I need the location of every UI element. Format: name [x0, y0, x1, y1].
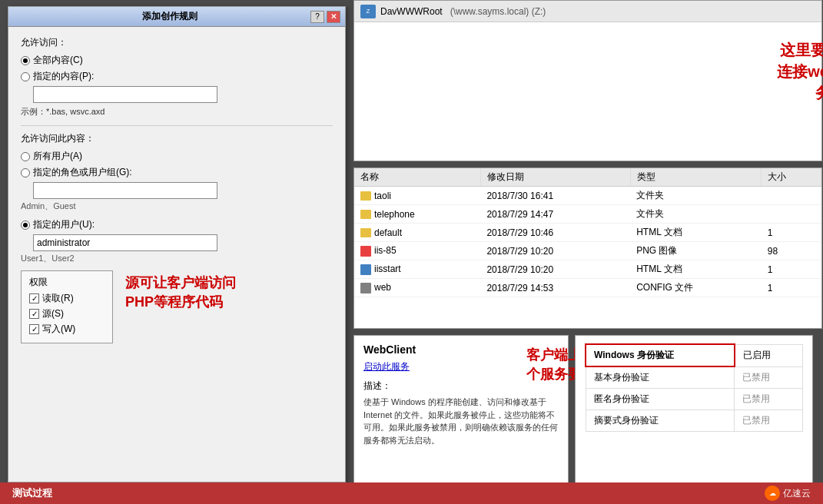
specified-role-radio[interactable]: 指定的角色或用户组(G):: [21, 166, 333, 179]
file-type: HTML 文档: [630, 224, 762, 242]
auth-table: Windows 身份验证已启用基本身份验证已禁用匿名身份验证已禁用摘要式身份验证…: [585, 343, 803, 432]
file-name: iis-85: [354, 242, 480, 260]
file-size: 1: [762, 260, 821, 279]
table-row: default 2018/7/29 10:46 HTML 文档 1: [354, 224, 821, 242]
file-size: [762, 205, 821, 224]
table-row: iis-85 2018/7/29 10:20 PNG 图像 98: [354, 242, 821, 260]
col-date: 修改日期: [480, 168, 630, 187]
auth-row: Windows 身份验证已启用: [586, 344, 803, 366]
radio-all-users[interactable]: [21, 152, 30, 161]
drive-icon: Z: [360, 5, 376, 18]
webclient-desc: 使基于 Windows 的程序能创建、访问和修改基于 Internet 的文件。…: [363, 396, 559, 446]
specified-content-input[interactable]: [33, 86, 217, 103]
specified-user-radio[interactable]: 指定的用户(U):: [21, 218, 333, 231]
bottom-bar: 测试过程 ☁ 亿速云: [0, 482, 823, 504]
specified-role-label: 指定的角色或用户组(G):: [33, 166, 132, 179]
file-type: 文件夹: [630, 187, 762, 205]
all-content-radio[interactable]: 全部内容(C): [21, 54, 333, 67]
permissions-box: 权限 ✓ 读取(R) ✓ 源(S) ✓ 写入(W): [21, 270, 113, 343]
user-input[interactable]: [33, 234, 217, 251]
auth-status: 已禁用: [735, 410, 803, 432]
source-checkbox-box[interactable]: ✓: [29, 309, 39, 319]
file-name: iisstart: [354, 260, 480, 279]
file-size: 1: [762, 279, 821, 297]
auth-status: 已启用: [735, 344, 803, 366]
source-checkbox[interactable]: ✓ 源(S): [29, 307, 105, 320]
all-users-label: 所有用户(A): [33, 150, 82, 163]
file-name: web: [354, 279, 480, 297]
specified-content-radio[interactable]: 指定的内容(P):: [21, 70, 333, 83]
file-type: CONFIG 文件: [630, 279, 762, 297]
add-rule-dialog: 添加创作规则 ? ✕ 允许访问： 全部内容(C) 指定的内容(P): 示例：*.…: [8, 6, 346, 482]
file-name: default: [354, 224, 480, 242]
auth-row: 匿名身份验证已禁用: [586, 389, 803, 410]
auth-name: 基本身份验证: [586, 366, 735, 389]
file-type: PNG 图像: [630, 242, 762, 260]
file-list-panel: 名称 修改日期 类型 大小 taoli 2018/7/30 16:41 文件夹 …: [353, 167, 822, 329]
file-list-table: 名称 修改日期 类型 大小 taoli 2018/7/30 16:41 文件夹 …: [354, 168, 821, 297]
file-date: 2018/7/29 10:20: [480, 242, 630, 260]
role-input[interactable]: [33, 182, 217, 199]
admin-hint: Admin、Guest: [21, 201, 333, 212]
file-explorer-panel: Z DavWWWRoot (\www.sayms.local) (Z:) 这里要…: [353, 0, 822, 161]
file-date: 2018/7/29 10:20: [480, 260, 630, 279]
table-row: taoli 2018/7/30 16:41 文件夹: [354, 187, 821, 205]
user-hint: User1、User2: [21, 253, 333, 264]
file-date: 2018/7/30 16:41: [480, 187, 630, 205]
http-overlay-text: 这里要用HTTP连接webDAV服务器: [754, 39, 823, 104]
auth-name: Windows 身份验证: [586, 344, 735, 366]
radio-specified-role[interactable]: [21, 168, 30, 177]
read-checkbox-box[interactable]: ✓: [29, 293, 39, 303]
file-size: 98: [762, 242, 821, 260]
help-button[interactable]: ?: [310, 11, 324, 23]
auth-panel: Windows 身份验证已启用基本身份验证已禁用匿名身份验证已禁用摘要式身份验证…: [575, 335, 813, 504]
file-explorer-bar: Z DavWWWRoot (\www.sayms.local) (Z:): [354, 1, 821, 22]
webclient-start-link[interactable]: 启动此服务: [363, 361, 410, 372]
left-overlay-text: 源可让客户端访问PHP等程序代码: [125, 274, 236, 312]
auth-row: 基本身份验证已禁用: [586, 366, 803, 389]
table-row: web 2018/7/29 14:53 CONFIG 文件 1: [354, 279, 821, 297]
auth-name: 匿名身份验证: [586, 389, 735, 410]
auth-name: 摘要式身份验证: [586, 410, 735, 432]
bottom-bar-text: 测试过程: [12, 486, 52, 500]
read-label: 读取(R): [42, 292, 74, 305]
source-label: 源(S): [42, 307, 64, 320]
dialog-title-bar: 添加创作规则 ? ✕: [8, 7, 345, 27]
logo-area: ☁ 亿速云: [765, 486, 811, 501]
explorer-title: DavWWWRoot: [380, 6, 443, 17]
logo-text: 亿速云: [783, 487, 811, 500]
file-type: 文件夹: [630, 205, 762, 224]
title-bar-buttons: ? ✕: [310, 11, 340, 23]
dialog-title: 添加创作规则: [28, 10, 310, 23]
permissions-title: 权限: [29, 276, 105, 289]
table-row: telephone 2018/7/29 14:47 文件夹: [354, 205, 821, 224]
radio-specified-user[interactable]: [21, 220, 30, 230]
col-size: 大小: [762, 168, 821, 187]
file-type: HTML 文档: [630, 260, 762, 279]
write-checkbox[interactable]: ✓ 写入(W): [29, 323, 105, 336]
col-type: 类型: [630, 168, 762, 187]
table-row: iisstart 2018/7/29 10:20 HTML 文档 1: [354, 260, 821, 279]
allow-access-content-label: 允许访问此内容：: [21, 132, 333, 145]
write-checkbox-box[interactable]: ✓: [29, 324, 39, 334]
explorer-subtitle: (\www.sayms.local) (Z:): [450, 6, 546, 17]
file-date: 2018/7/29 14:53: [480, 279, 630, 297]
all-users-radio[interactable]: 所有用户(A): [21, 150, 333, 163]
file-name: taoli: [354, 187, 480, 205]
auth-status: 已禁用: [735, 366, 803, 389]
col-name: 名称: [354, 168, 480, 187]
file-date: 2018/7/29 14:47: [480, 205, 630, 224]
file-list-header-row: 名称 修改日期 类型 大小: [354, 168, 821, 187]
file-size: [762, 187, 821, 205]
read-checkbox[interactable]: ✓ 读取(R): [29, 292, 105, 305]
radio-specified-content[interactable]: [21, 72, 30, 81]
radio-all-content[interactable]: [21, 56, 30, 65]
close-button[interactable]: ✕: [327, 11, 340, 23]
file-date: 2018/7/29 10:46: [480, 224, 630, 242]
auth-row: 摘要式身份验证已禁用: [586, 410, 803, 432]
allow-access-label: 允许访问：: [21, 36, 333, 49]
content-hint: 示例：*.bas, wsvc.axd: [21, 106, 333, 118]
file-name: telephone: [354, 205, 480, 224]
file-size: 1: [762, 224, 821, 242]
specified-content-label: 指定的内容(P):: [33, 70, 94, 83]
